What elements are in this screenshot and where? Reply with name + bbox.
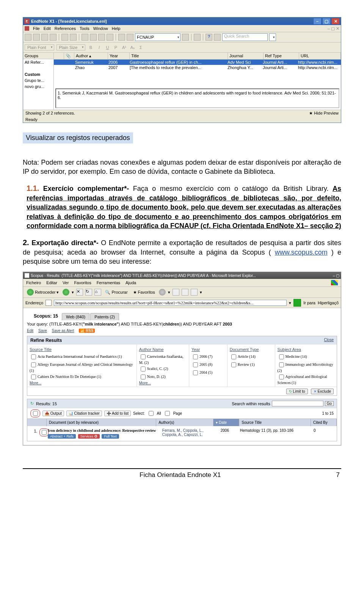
group-item-1[interactable]: Grupo te... — [23, 77, 53, 83]
result-row[interactable]: 1. Iron deficiency in childhood and adol… — [27, 426, 337, 441]
tab-patents[interactable]: Patents (2) — [90, 313, 119, 320]
tb-icon-3[interactable] — [41, 34, 48, 41]
col-author[interactable]: Author ▴ — [74, 53, 108, 59]
rss-icon[interactable]: 📶 RSS — [79, 329, 94, 333]
menu-ajuda[interactable]: Ajuda — [126, 280, 136, 285]
refine-item[interactable]: Allergy European Journal of Allergy and … — [30, 361, 134, 373]
refine-item[interactable]: Acta Paediatrica International Journal o… — [30, 353, 134, 361]
refine-item[interactable]: Czerwionka-Szaflarska, M. (2) — [139, 353, 187, 365]
menu-ferramentas[interactable]: Ferramentas — [97, 280, 120, 285]
services-btn[interactable]: Services ✪ — [78, 434, 100, 439]
maximize-button[interactable]: ▢ — [322, 18, 331, 25]
go-label[interactable]: Ir para — [303, 301, 315, 305]
save-link[interactable]: Save — [38, 329, 47, 333]
col-year[interactable]: Year — [108, 53, 130, 59]
row-checkbox[interactable] — [39, 428, 49, 436]
tb-icon-1[interactable] — [25, 34, 31, 41]
menu-editar[interactable]: Editar — [46, 280, 57, 285]
select-circle[interactable] — [30, 409, 40, 417]
edit-icon[interactable] — [191, 289, 198, 296]
refine-col-year[interactable]: Year — [191, 346, 225, 353]
swr-go[interactable]: Go — [325, 401, 334, 406]
address-input[interactable] — [54, 300, 287, 306]
refine-item[interactable]: Noto, D. (2) — [139, 373, 187, 381]
font-select[interactable]: Plain Font — [25, 44, 54, 50]
refine-col-author[interactable]: Author Name — [139, 346, 187, 353]
tb-icon-14[interactable] — [194, 34, 201, 41]
go-icon[interactable] — [293, 299, 301, 307]
history-icon[interactable] — [159, 289, 166, 296]
more-link[interactable]: More... — [30, 381, 134, 385]
underline-btn[interactable]: U — [104, 45, 110, 50]
swr-input[interactable] — [272, 401, 323, 406]
tb-icon-13[interactable] — [182, 34, 189, 41]
col-title[interactable]: Title — [130, 53, 228, 59]
home-icon[interactable]: ⌂ — [94, 289, 101, 296]
bold-btn[interactable]: B — [88, 45, 94, 50]
save-alert-link[interactable]: Save as Alert — [52, 329, 74, 333]
menu-help[interactable]: Help — [112, 26, 121, 31]
citation-tracker-button[interactable]: 📊 Citation tracker — [66, 411, 102, 416]
th-source[interactable]: Source Title — [239, 419, 311, 426]
refresh-icon[interactable]: ↻ — [85, 289, 92, 296]
refine-item[interactable]: 2005 (8) — [191, 361, 225, 369]
tb-icon-11[interactable] — [118, 34, 125, 41]
addlist-button[interactable]: ➕ Add to list — [104, 411, 131, 416]
refine-col-doctype[interactable]: Document Type — [230, 346, 273, 353]
tb-icon-15[interactable] — [214, 34, 221, 41]
menu-file[interactable]: File — [33, 26, 40, 31]
quick-search-input[interactable]: Quick Search — [222, 33, 268, 41]
tb-icon-12[interactable] — [127, 34, 133, 41]
tb-icon-9[interactable] — [98, 34, 105, 41]
refine-item[interactable]: Review (1) — [230, 361, 273, 369]
menu-tools[interactable]: Tools — [80, 26, 89, 31]
refresh-icon[interactable]: ↻ — [30, 401, 34, 406]
tb-icon-2[interactable] — [33, 34, 40, 41]
tab-scopus[interactable]: Scopus: 15 — [30, 312, 62, 320]
menu-ver[interactable]: Ver — [63, 280, 69, 285]
style-select[interactable]: FCNAUP — [135, 33, 180, 41]
group-all[interactable]: All Refer... — [23, 59, 53, 65]
hide-preview-btn[interactable]: ★ Hide Preview — [309, 111, 339, 116]
refine-item[interactable]: Agricultural and Biological Sciences (1) — [278, 373, 334, 385]
refine-close[interactable]: Close — [324, 338, 334, 343]
col-attach[interactable]: 📎 — [64, 53, 74, 59]
menu-references[interactable]: References — [55, 26, 76, 31]
select-all[interactable] — [149, 411, 154, 416]
th-authors[interactable]: Author(s) — [156, 419, 213, 426]
print-icon[interactable] — [182, 289, 188, 296]
italic-btn[interactable]: I — [96, 45, 102, 50]
limit-button[interactable]: Limit to — [286, 389, 308, 394]
th-date[interactable]: ▾ Date — [213, 419, 239, 426]
search-dropdown[interactable] — [269, 33, 276, 41]
stop-icon[interactable]: ✕ — [76, 289, 83, 296]
select-page[interactable] — [165, 411, 170, 416]
close-button[interactable]: ✕ — [331, 18, 340, 25]
scopus-link[interactable]: www.scopus.com — [275, 249, 328, 256]
refine-item[interactable]: Immunology and Microbiology (2) — [278, 361, 334, 373]
tb-icon-8[interactable] — [90, 34, 97, 41]
ref-row[interactable]: Semeniuk 2006 Gastroesophageal reflux (G… — [54, 60, 341, 65]
tb-icon-4[interactable] — [50, 34, 56, 41]
minimize-button[interactable]: – — [313, 18, 322, 25]
refine-col-source[interactable]: Source Title — [30, 346, 134, 353]
th-document[interactable]: Document (sort by relevance) — [47, 419, 156, 426]
menu-edit[interactable]: Edit — [44, 26, 51, 31]
search-button[interactable]: 🔍 Procurar — [104, 289, 129, 296]
col-url[interactable]: URL — [299, 53, 341, 59]
mail-icon[interactable] — [173, 289, 179, 296]
menu-favoritos[interactable]: Favoritos — [74, 280, 91, 285]
tb-icon-5[interactable] — [61, 34, 68, 41]
th-cited[interactable]: Cited By — [311, 419, 337, 426]
forward-button[interactable] — [63, 289, 69, 296]
col-reftype[interactable]: Ref Type — [264, 53, 299, 59]
size-select[interactable]: Plain Size — [56, 44, 86, 50]
fulltext-btn[interactable]: Full Text — [102, 434, 119, 439]
edit-link[interactable]: Edit — [27, 329, 33, 333]
sup-btn[interactable]: A¹ — [121, 45, 127, 50]
refine-item[interactable]: Article (14) — [230, 353, 273, 361]
menu-window[interactable]: Window — [93, 26, 108, 31]
ref-row[interactable]: Zhao 2007 [The methods to reduce the pre… — [54, 65, 341, 70]
refine-item[interactable]: 2006 (7) — [191, 353, 225, 361]
authors[interactable]: Ferrara, M., Coppola, L., Coppola, A., C… — [162, 428, 218, 437]
